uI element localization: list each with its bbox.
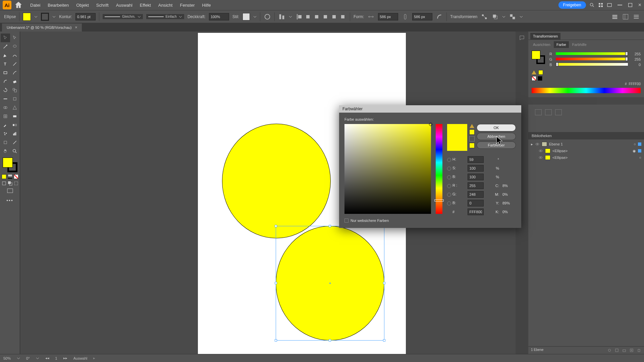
target-icon[interactable]: ○ [639,156,641,160]
window-minimize-icon[interactable] [618,5,622,5]
spectrum-bar[interactable] [532,88,641,93]
gradient-tool[interactable] [10,112,19,121]
rectangle-tool[interactable] [1,68,10,77]
r-value[interactable]: 255 [631,52,641,56]
out-of-gamut-icon[interactable] [470,124,474,128]
black-swatch-icon[interactable] [538,76,542,81]
bl-radio[interactable] [447,201,451,205]
graphic-style-swatch[interactable] [243,13,250,20]
target-icon[interactable]: ◉ [633,149,636,153]
r-radio[interactable] [447,184,451,188]
home-icon[interactable] [14,1,23,9]
dialog-title[interactable]: Farbwähler [339,105,521,113]
menu-effect[interactable]: Effekt [137,1,154,9]
r-slider[interactable] [556,52,628,56]
artboard-nav-prev[interactable]: ◂◂ [45,356,49,360]
opacity-input[interactable] [209,13,229,20]
bl-input[interactable] [468,200,484,206]
tab-transform[interactable]: Transformieren [530,33,560,40]
menu-file[interactable]: Datei [27,1,44,9]
draw-behind-icon[interactable] [8,181,12,186]
align-left-icon[interactable] [296,13,303,20]
ok-button[interactable]: OK [477,124,516,131]
menu-edit[interactable]: Bearbeiten [44,1,72,9]
panel-fill-swatch[interactable] [532,51,540,59]
height-input[interactable] [412,13,432,20]
width-input[interactable] [378,13,398,20]
eye-icon[interactable] [538,155,543,160]
shaper-tool[interactable] [1,77,10,86]
arrange-icon[interactable] [491,13,499,20]
document-tab[interactable]: Unbenannt-1* @ 50 % (RGB/Vorschau) × [2,23,82,32]
fill-stroke-swatch[interactable] [3,158,17,172]
pathfinder-icon[interactable] [532,123,538,128]
layer-name[interactable]: Ebene 1 [549,142,563,146]
delete-layer-icon[interactable] [637,348,641,353]
websafe-icon[interactable] [469,136,475,141]
closest-gamut-swatch[interactable] [469,129,475,135]
new-group-icon[interactable] [545,109,552,115]
hue-slider-knob[interactable] [434,199,444,201]
eraser-tool[interactable] [10,77,19,86]
pen-tool[interactable] [1,51,10,60]
lasso-tool[interactable] [10,42,19,51]
direct-selection-tool[interactable] [10,34,19,42]
align-top-icon[interactable] [322,13,329,20]
hue-slider[interactable] [436,124,442,214]
cancel-button[interactable]: Abbrechen [477,133,516,140]
pathfinder-icon[interactable] [569,123,575,128]
close-tab-icon[interactable]: × [75,25,77,30]
layer-row[interactable]: ▸ Ebene 1 ○ [528,141,644,147]
pathfinder-icon[interactable] [550,123,556,128]
draw-inside-icon[interactable] [14,181,18,186]
saturation-value-field[interactable] [344,124,431,214]
b-value[interactable]: 0 [631,63,641,67]
shape-builder-tool[interactable] [1,103,10,112]
scale-tool[interactable] [10,86,19,95]
s-input[interactable] [468,165,484,172]
new-sublayer-icon[interactable] [622,348,627,353]
selection-bounding-box[interactable] [276,226,384,341]
libraries-header[interactable]: Bibliotheken [528,132,644,139]
none-mode-icon[interactable] [14,174,18,179]
tab-colorguide[interactable]: Farbhilfe [570,41,589,48]
chevron-down-icon[interactable] [36,357,39,360]
chevron-down-icon[interactable] [253,15,257,18]
r-input[interactable] [468,182,484,189]
line-tool[interactable] [10,60,19,68]
layer-item[interactable]: <Ellipse> ○ [528,154,644,161]
tab-align[interactable]: Ausrichten [530,41,553,48]
hex-input[interactable] [468,208,484,215]
rotate-value[interactable]: 0° [26,356,30,360]
search-icon[interactable] [589,2,595,8]
edit-toolbar-icon[interactable]: ••• [6,198,13,203]
share-button[interactable]: Freigeben [558,1,586,9]
corner-icon[interactable] [436,13,443,20]
transform-label[interactable]: Transformieren [450,14,477,19]
paintbrush-tool[interactable] [10,68,19,77]
ellipse-object[interactable] [222,124,331,238]
s-radio[interactable] [447,167,451,171]
pathfinder-icon[interactable] [541,123,547,128]
menu-select[interactable]: Auswahl [113,1,136,9]
panel-toggle-icon[interactable] [611,13,619,20]
eye-icon[interactable] [535,142,540,146]
layer-item[interactable]: <Ellipse> ◉ [528,147,644,154]
hex-value[interactable]: FFFF00 [629,82,641,86]
graph-tool[interactable] [10,129,19,138]
none-swatch-icon[interactable] [532,76,536,81]
chevron-down-icon[interactable] [34,15,38,18]
websafe-swatch[interactable] [469,143,475,148]
isolate-icon[interactable] [481,13,488,20]
menu-icon[interactable] [633,13,640,20]
align-bottom-icon[interactable] [339,13,346,20]
delete-icon[interactable] [555,109,562,115]
gamut-swatch[interactable] [538,70,543,75]
type-tool[interactable]: T [1,60,10,68]
align-icon[interactable] [278,13,285,20]
properties-toggle-icon[interactable] [622,13,629,20]
window-close-icon[interactable]: × [638,2,641,8]
sv-indicator[interactable] [429,123,432,126]
window-maximize-icon[interactable] [628,2,633,8]
layer-item-name[interactable]: <Ellipse> [552,156,568,160]
